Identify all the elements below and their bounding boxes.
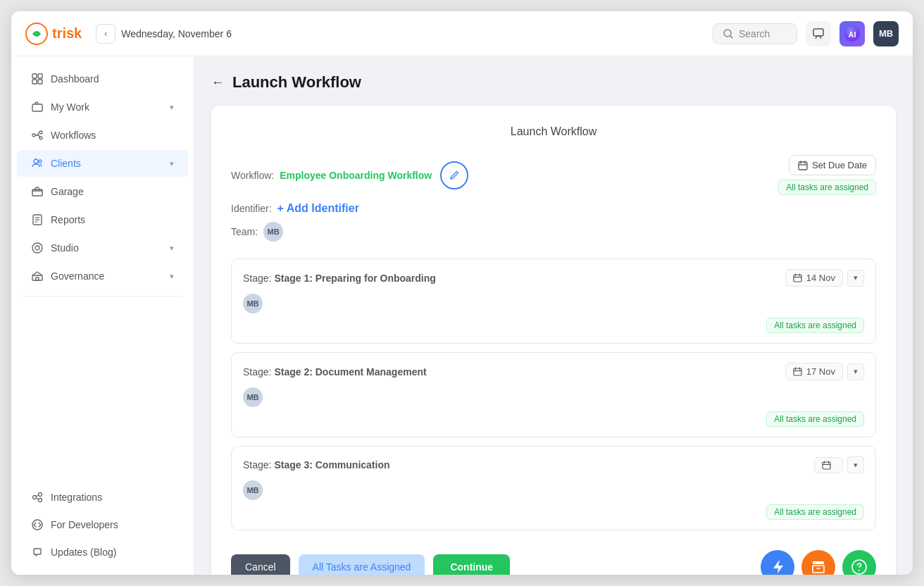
identifier-label: Identifier: <box>231 203 272 214</box>
chevron-down-icon: ▾ <box>170 244 174 253</box>
governance-icon <box>31 270 44 282</box>
svg-rect-43 <box>823 462 830 469</box>
svg-point-14 <box>34 159 38 163</box>
sidebar-item-garage[interactable]: Garage <box>17 178 188 205</box>
sidebar-item-label: Integrations <box>51 492 102 503</box>
sidebar: Dashboard My Work ▾ Workflows Clients <box>11 56 194 575</box>
svg-point-15 <box>39 160 42 163</box>
stage-2-expand-button[interactable]: ▾ <box>847 363 864 380</box>
integrations-icon <box>31 491 44 504</box>
question-icon <box>851 559 867 575</box>
stage-3-member[interactable]: MB <box>243 480 263 500</box>
back-arrow-button[interactable]: ← <box>211 75 224 90</box>
stage-3-assigned-badge: All tasks are assigned <box>766 504 864 520</box>
archive-icon <box>811 559 826 575</box>
lightning-fab-button[interactable] <box>761 550 794 575</box>
main-layout: Dashboard My Work ▾ Workflows Clients <box>11 56 913 575</box>
search-icon <box>723 29 733 39</box>
stage-card-3: Stage: Stage 3: Communication ▾ MB <box>231 446 876 530</box>
sidebar-item-dashboard[interactable]: Dashboard <box>17 66 188 92</box>
svg-rect-8 <box>32 80 37 84</box>
all-tasks-assigned-button[interactable]: All Tasks are Assigned <box>299 554 425 575</box>
card-title: Launch Workflow <box>231 125 876 138</box>
nav-back-button[interactable]: ‹ <box>96 24 116 44</box>
help-fab-button[interactable] <box>842 550 876 575</box>
calendar-icon <box>793 273 802 282</box>
grid-icon <box>31 73 44 85</box>
svg-point-21 <box>32 243 42 253</box>
ai-avatar-button[interactable]: AI <box>839 21 865 46</box>
svg-line-28 <box>37 495 39 497</box>
continue-button[interactable]: Continue <box>433 554 510 575</box>
stage-label-2: Stage: Stage 2: Document Management <box>243 366 427 378</box>
stage-3-expand-button[interactable]: ▾ <box>847 456 864 473</box>
clients-icon <box>31 157 44 170</box>
search-bar[interactable]: Search <box>713 23 797 44</box>
lightning-icon <box>770 559 785 575</box>
svg-point-11 <box>32 134 35 137</box>
svg-rect-3 <box>813 29 823 36</box>
workflow-card: Launch Workflow Workflow: Employee Onboa… <box>211 106 896 575</box>
sidebar-item-reports[interactable]: Reports <box>17 206 188 233</box>
identifier-row: Identifier: + Add Identifier <box>231 202 876 215</box>
stage-1-date-value: 14 Nov <box>806 273 835 283</box>
add-identifier-text: + Add Identifier <box>277 202 359 215</box>
sidebar-item-mywork[interactable]: My Work ▾ <box>17 94 188 120</box>
set-due-date-button[interactable]: Set Due Date <box>789 155 876 175</box>
stage-2-date[interactable]: 17 Nov <box>785 363 843 380</box>
stage-1-date[interactable]: 14 Nov <box>785 269 843 287</box>
content-area: ← Launch Workflow Launch Workflow Workfl… <box>194 56 913 575</box>
add-identifier-button[interactable]: + Add Identifier <box>277 202 359 215</box>
stage-name-3: Stage 3: Communication <box>274 459 389 470</box>
edit-workflow-button[interactable] <box>440 161 468 189</box>
stage-2-header: Stage: Stage 2: Document Management 17 N… <box>243 363 864 380</box>
archive-fab-button[interactable] <box>801 550 835 575</box>
chevron-down-icon: ▾ <box>170 159 174 168</box>
workflow-name-row: Workflow: Employee Onboarding Workflow S… <box>231 155 876 195</box>
svg-rect-6 <box>32 74 37 78</box>
stage-2-assigned-badge: All tasks are assigned <box>766 411 864 427</box>
stage-label-1: Stage: Stage 1: Preparing for Onboarding <box>243 273 436 284</box>
fab-group <box>761 550 876 575</box>
sidebar-item-updates[interactable]: Updates (Blog) <box>17 539 188 566</box>
sidebar-item-label: My Work <box>51 101 89 113</box>
workflow-name[interactable]: Employee Onboarding Workflow <box>280 170 432 181</box>
page-title: Launch Workflow <box>232 73 361 92</box>
logo: trisk <box>25 23 82 45</box>
team-member-avatar[interactable]: MB <box>263 222 283 242</box>
sidebar-item-integrations[interactable]: Integrations <box>17 484 188 511</box>
stage-2-footer: All tasks are assigned <box>243 411 864 427</box>
svg-line-2 <box>730 36 732 38</box>
stage-3-date[interactable] <box>814 457 843 473</box>
svg-point-22 <box>35 246 39 250</box>
set-due-date-label: Set Due Date <box>812 160 867 170</box>
app-window: trisk ‹ Wednesday, November 6 Search <box>11 11 913 575</box>
svg-rect-35 <box>794 275 801 282</box>
svg-point-51 <box>859 570 860 571</box>
stage-3-header: Stage: Stage 3: Communication ▾ <box>243 456 864 473</box>
sidebar-item-clients[interactable]: Clients ▾ <box>17 150 188 177</box>
calendar-icon <box>798 161 808 170</box>
sidebar-item-studio[interactable]: Studio ▾ <box>17 235 188 261</box>
svg-point-26 <box>39 493 42 497</box>
bottom-action-bar: Cancel All Tasks are Assigned Continue <box>231 547 876 575</box>
team-label: Team: <box>231 226 258 237</box>
messages-button[interactable] <box>806 21 831 46</box>
svg-rect-31 <box>799 162 807 170</box>
sidebar-item-label: Garage <box>51 186 84 197</box>
sidebar-item-developers[interactable]: For Developers <box>17 511 188 538</box>
sidebar-item-governance[interactable]: Governance ▾ <box>17 263 188 289</box>
stage-2-member[interactable]: MB <box>243 387 263 407</box>
user-avatar[interactable]: MB <box>873 21 899 46</box>
sidebar-item-workflows[interactable]: Workflows <box>17 122 188 149</box>
reports-icon <box>31 213 44 226</box>
workflow-header-right: Set Due Date All tasks are assigned <box>778 155 876 195</box>
workflow-info: Workflow: Employee Onboarding Workflow S… <box>231 155 876 242</box>
page-header: ← Launch Workflow <box>211 73 896 92</box>
stage-1-expand-button[interactable]: ▾ <box>847 270 864 287</box>
stage-1-member[interactable]: MB <box>243 294 263 313</box>
user-initials: MB <box>879 28 893 39</box>
cancel-button[interactable]: Cancel <box>231 554 290 575</box>
nav-divider <box>23 296 182 297</box>
stage-1-header: Stage: Stage 1: Preparing for Onboarding… <box>243 269 864 287</box>
